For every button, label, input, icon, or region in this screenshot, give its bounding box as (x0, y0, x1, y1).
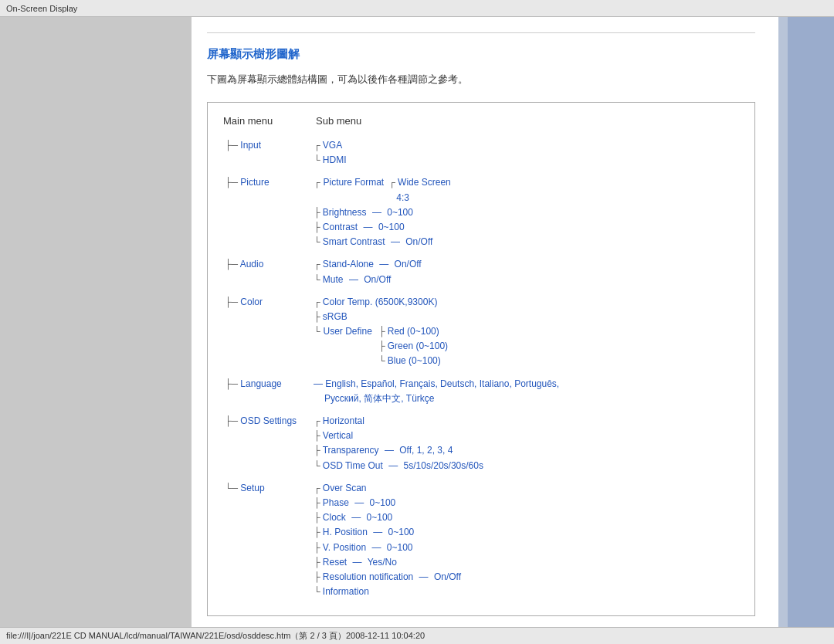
top-bar: On-Screen Display (0, 0, 834, 17)
sub-item-clock: ├ Clock — 0~100 (314, 510, 737, 525)
connector: ┌ (314, 259, 320, 269)
connector: ├─ (225, 297, 238, 307)
tree-section-setup: └─ Setup ┌ Over Scan ├ Phase — 0~100 (223, 480, 739, 601)
sub-sub: ┌ Wide Screen 4:3 (388, 175, 451, 205)
dash: — (388, 460, 398, 471)
dash: — (419, 571, 429, 582)
connector: ├ (314, 311, 320, 322)
main-label-osd: OSD Settings (240, 415, 297, 426)
connector: ┌ (314, 175, 320, 190)
sub-item: ├ Reset — Yes/No (314, 555, 737, 570)
tree-section-input: ├─ Input ┌ VGA └ HDMI (223, 137, 739, 168)
connector: └ (314, 586, 320, 597)
connector: ├ (314, 445, 320, 456)
connector: ├ (378, 341, 385, 351)
main-label-language: Language (240, 378, 281, 389)
main-label-picture: Picture (240, 177, 269, 188)
sub-item: — English, Español, Français, Deutsch, I… (314, 377, 737, 391)
connector: ├─ (225, 140, 238, 151)
connector: ├ (314, 207, 320, 218)
connector: ├ (314, 571, 320, 582)
connector: ├ (314, 542, 320, 553)
sub-item: ┌ Stand-Alone — On/Off (314, 257, 737, 272)
dash: — (391, 236, 400, 247)
connector: ┌ (388, 177, 395, 188)
tree-section-color: ├─ Color ┌ Color Temp. (6500K,9300K) ├ s… (223, 294, 739, 370)
sub-item: ├ H. Position — 0~100 (314, 525, 737, 540)
sub-item: ├ Vertical (314, 429, 737, 443)
sub-item: └ OSD Time Out — 5s/10s/20s/30s/60s (314, 459, 737, 473)
connector: └ (314, 324, 320, 339)
tree-col-main: Main menu (223, 115, 316, 127)
dash: — (354, 497, 364, 508)
tree-section-picture: ├─ Picture ┌ Picture Format ┌ Wide Scree… (223, 175, 739, 250)
sub-label: Picture Format (324, 175, 385, 190)
sub-item: Русский, 简体中文, Türkçe (324, 391, 737, 406)
top-bar-title: On-Screen Display (6, 4, 77, 13)
side-panel-right-inner (778, 17, 788, 627)
dash: — (351, 512, 361, 523)
sub-item: ├ Brightness — 0~100 (314, 205, 737, 220)
page-title: 屏幕顯示樹形圖解 (207, 47, 755, 62)
connector: ├─ (225, 177, 238, 188)
connector: └ (314, 236, 320, 247)
main-label-audio: Audio (240, 259, 264, 269)
sub-item: ┌ Color Temp. (6500K,9300K) (314, 295, 737, 310)
sub-sub-block: ├ Red (0~100) ├ Green (0~100) └ Blue (0~… (378, 324, 448, 369)
sub-item: ├ V. Position — 0~100 (314, 541, 737, 555)
sub-item: └ HDMI (314, 153, 737, 168)
sub-item: ┌ Horizontal (314, 414, 737, 429)
sub-item: └ User Define ├ Red (0~100) ├ Green (0~1… (314, 324, 737, 369)
tree-col-sub: Sub menu (316, 115, 361, 127)
sub-item: ┌ Picture Format ┌ Wide Screen 4:3 (314, 175, 737, 205)
bottom-bar-text: file:///I|/joan/221E CD MANUAL/lcd/manua… (6, 630, 425, 642)
connector: ├─ (225, 378, 238, 389)
connector: ├ (378, 326, 385, 337)
sub-item: ├ sRGB (314, 310, 737, 324)
dash: — (364, 222, 373, 232)
tree-content: ├─ Input ┌ VGA └ HDMI (223, 137, 739, 600)
connector: ┌ (314, 297, 320, 307)
connector: ├ (314, 497, 320, 508)
top-rule (207, 32, 755, 33)
main-content: 屏幕顯示樹形圖解 下圖為屏幕顯示總體結構圖，可為以後作各種調節之參考。 Main… (192, 17, 778, 627)
connector: └ (314, 154, 320, 165)
connector: ┌ (314, 140, 320, 151)
sub-item: └ Smart Contrast — On/Off (314, 235, 737, 249)
sub-item-phase: ├ Phase — 0~100 (314, 496, 737, 510)
sub-item: ┌ VGA (314, 138, 737, 153)
connector: ├ (314, 527, 320, 537)
sub-item: ┌ Over Scan (314, 481, 737, 496)
sub-item: ├ Resolution notification — On/Off (314, 570, 737, 585)
sub-item: └ Mute — On/Off (314, 273, 737, 287)
tree-header: Main menu Sub menu (223, 115, 739, 127)
main-label-input: Input (240, 140, 261, 151)
dash: — (379, 259, 388, 269)
tree-section-osd: ├─ OSD Settings ┌ Horizontal ├ Vertical (223, 413, 739, 474)
connector: └ (314, 274, 320, 285)
connector: ├ (314, 557, 320, 568)
main-label-color: Color (240, 297, 263, 307)
bottom-bar: file:///I|/joan/221E CD MANUAL/lcd/manua… (0, 627, 834, 644)
sub-sub-item: 4:3 (396, 192, 409, 203)
dash: — (353, 557, 362, 568)
sub-item-transparency: ├ Transparency — Off, 1, 2, 3, 4 (314, 443, 737, 458)
side-panel-right-outer (788, 17, 834, 627)
tree-section-language: ├─ Language — English, Español, Français… (223, 376, 739, 407)
connector: ├─ (225, 415, 238, 426)
sub-item: ├ Contrast — 0~100 (314, 220, 737, 235)
dash: — (385, 445, 394, 456)
sub-label: User Define (324, 324, 372, 339)
connector: ├ (314, 222, 320, 232)
connector: ├ (314, 512, 320, 523)
connector: └ (378, 355, 385, 366)
connector: └ (314, 460, 320, 471)
sub-item: └ Information (314, 585, 737, 599)
tree-section-audio: ├─ Audio ┌ Stand-Alone — On/Off └ Mute —… (223, 256, 739, 287)
dash: — (371, 542, 381, 553)
dash: — (349, 274, 358, 285)
tree-box: Main menu Sub menu ├─ Input ┌ VGA (207, 102, 755, 616)
connector: ┌ (314, 483, 320, 493)
side-panel-left (0, 17, 192, 627)
connector: └─ (225, 483, 238, 493)
